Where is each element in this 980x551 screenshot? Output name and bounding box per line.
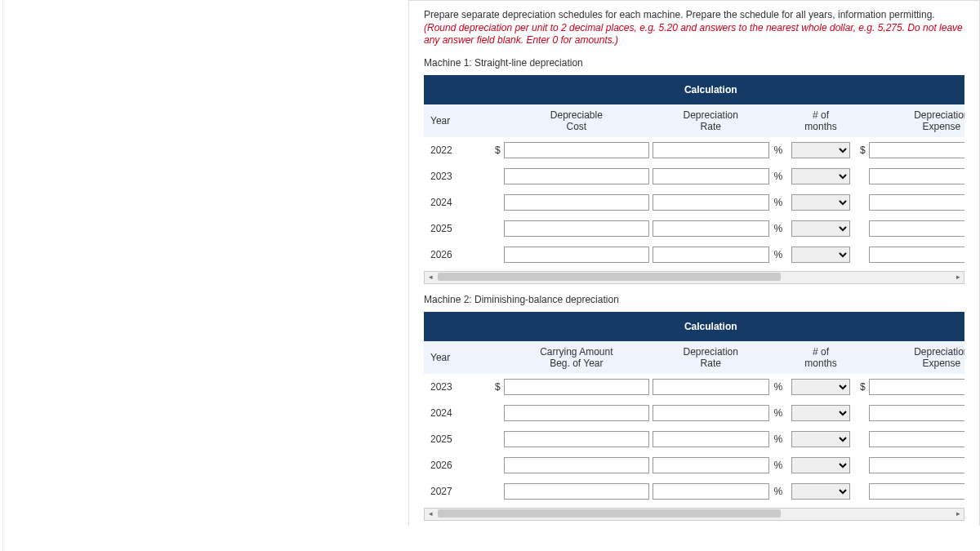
months-select[interactable]	[791, 457, 850, 473]
rate-input[interactable]	[653, 405, 769, 421]
col-rate: Depreciation Rate	[651, 341, 771, 374]
year-label: 2024	[424, 400, 487, 426]
col-expense: Depreciation Expense	[867, 104, 964, 137]
dollar-sign: $	[852, 374, 867, 400]
expense-input[interactable]	[869, 379, 964, 395]
percent-sign: %	[771, 216, 791, 242]
percent-sign: %	[771, 163, 791, 189]
col-months: # of months	[790, 104, 852, 137]
carrying-input[interactable]	[504, 379, 649, 395]
expense-input[interactable]	[869, 247, 964, 263]
machine2-scrollbar[interactable]: ◂ ▸	[424, 508, 964, 521]
col-year: Year	[424, 341, 487, 374]
machine1-table: Calculation Year Depreciable Cost Deprec…	[424, 75, 964, 268]
expense-input[interactable]	[869, 220, 964, 237]
year-label: 2023	[424, 163, 487, 189]
col-expense: Depreciation Expense	[867, 341, 964, 374]
page-divider	[0, 0, 3, 551]
col-months: # of months	[790, 341, 852, 374]
percent-sign: %	[771, 374, 791, 400]
question-panel: Prepare separate depreciation schedules …	[408, 0, 980, 526]
months-select[interactable]	[791, 142, 850, 158]
expense-input[interactable]	[869, 431, 964, 447]
year-label: 2025	[424, 216, 487, 242]
rate-input[interactable]	[653, 194, 769, 211]
year-label: 2025	[424, 426, 487, 452]
instructions: Prepare separate depreciation schedules …	[424, 9, 964, 47]
scroll-right-icon[interactable]: ▸	[952, 272, 964, 282]
col-carrying: Carrying Amount Beg. of Year	[502, 341, 651, 374]
year-label: 2022	[424, 137, 487, 163]
carrying-input[interactable]	[504, 405, 649, 421]
rate-input[interactable]	[653, 168, 769, 184]
rate-input[interactable]	[653, 247, 769, 263]
cost-input[interactable]	[504, 247, 649, 263]
dollar-sign: $	[852, 137, 867, 163]
machine1-title: Machine 1: Straight-line depreciation	[424, 57, 964, 69]
scroll-thumb[interactable]	[438, 509, 781, 518]
rate-input[interactable]	[653, 431, 769, 447]
dollar-sign: $	[487, 137, 502, 163]
months-select[interactable]	[791, 379, 850, 395]
cost-input[interactable]	[504, 194, 649, 211]
scroll-thumb[interactable]	[438, 273, 781, 281]
carrying-input[interactable]	[504, 457, 649, 473]
months-select[interactable]	[791, 168, 850, 184]
year-label: 2027	[424, 478, 487, 504]
machine2-table: Calculation Year Carrying Amount Beg. of…	[424, 312, 964, 504]
dollar-sign: $	[487, 374, 502, 400]
months-select[interactable]	[791, 194, 850, 211]
rate-input[interactable]	[653, 483, 769, 500]
carrying-input[interactable]	[504, 483, 649, 500]
year-label: 2023	[424, 374, 487, 400]
instructions-text: Prepare separate depreciation schedules …	[424, 9, 935, 20]
scroll-left-icon[interactable]: ◂	[425, 509, 436, 518]
expense-input[interactable]	[869, 457, 964, 473]
calc-header: Calculation	[651, 75, 771, 104]
expense-input[interactable]	[869, 142, 964, 158]
percent-sign: %	[771, 426, 791, 452]
months-select[interactable]	[791, 405, 850, 421]
expense-input[interactable]	[869, 168, 964, 184]
expense-input[interactable]	[869, 194, 964, 211]
months-select[interactable]	[791, 220, 850, 237]
percent-sign: %	[771, 478, 791, 504]
year-label: 2026	[424, 242, 487, 268]
expense-input[interactable]	[869, 405, 964, 421]
machine2-title: Machine 2: Diminishing-balance depreciat…	[424, 294, 964, 305]
year-label: 2024	[424, 189, 487, 216]
scroll-left-icon[interactable]: ◂	[425, 272, 436, 282]
cost-input[interactable]	[504, 220, 649, 237]
percent-sign: %	[771, 137, 791, 163]
months-select[interactable]	[791, 483, 850, 500]
cost-input[interactable]	[504, 142, 649, 158]
instructions-red: (Round depreciation per unit to 2 decima…	[424, 22, 963, 47]
year-label: 2026	[424, 452, 487, 478]
carrying-input[interactable]	[504, 431, 649, 447]
col-year: Year	[424, 104, 487, 137]
percent-sign: %	[771, 452, 791, 478]
cost-input[interactable]	[504, 168, 649, 184]
calc-header: Calculation	[651, 312, 771, 341]
machine1-scroll[interactable]: Calculation Year Depreciable Cost Deprec…	[424, 75, 964, 268]
percent-sign: %	[771, 189, 791, 216]
machine2-scroll[interactable]: Calculation Year Carrying Amount Beg. of…	[424, 312, 964, 504]
percent-sign: %	[771, 242, 791, 268]
scroll-right-icon[interactable]: ▸	[952, 509, 964, 518]
percent-sign: %	[771, 400, 791, 426]
rate-input[interactable]	[653, 457, 769, 473]
col-rate: Depreciation Rate	[651, 104, 771, 137]
col-cost: Depreciable Cost	[502, 104, 651, 137]
rate-input[interactable]	[653, 142, 769, 158]
expense-input[interactable]	[869, 483, 964, 500]
rate-input[interactable]	[653, 379, 769, 395]
months-select[interactable]	[791, 431, 850, 447]
rate-input[interactable]	[653, 220, 769, 237]
months-select[interactable]	[791, 247, 850, 263]
machine1-scrollbar[interactable]: ◂ ▸	[424, 271, 964, 284]
